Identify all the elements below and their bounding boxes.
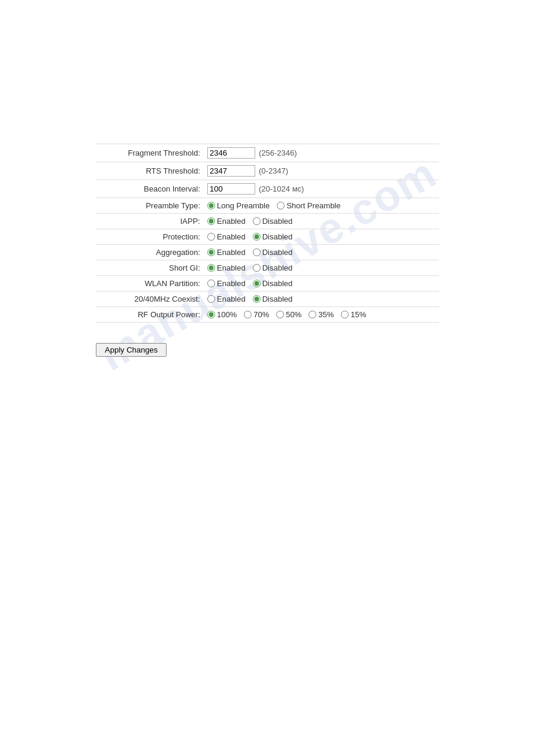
- radio-label-coexist-enabled[interactable]: Enabled: [207, 294, 246, 303]
- radio-short-gi-disabled[interactable]: [253, 264, 261, 272]
- radio-label-iapp-disabled[interactable]: Disabled: [253, 217, 293, 226]
- radio-label-short-gi-enabled[interactable]: Enabled: [207, 263, 246, 272]
- radio-text-rf-output-power-35: 35%: [318, 310, 334, 319]
- radio-rf-output-power-50[interactable]: [276, 311, 284, 318]
- radio-text-coexist-enabled: Enabled: [217, 294, 246, 303]
- label-rf-output-power: RF Output Power:: [96, 307, 204, 323]
- label-rts-threshold: RTS Threshold:: [96, 162, 204, 180]
- radio-text-rf-output-power-15: 15%: [350, 310, 366, 319]
- radio-text-short-gi-disabled: Disabled: [262, 263, 293, 272]
- radio-wlan-partition-enabled[interactable]: [207, 280, 215, 287]
- value-preamble-type: Long PreambleShort Preamble: [204, 198, 439, 214]
- value-aggregation: EnabledDisabled: [204, 245, 439, 260]
- radio-label-wlan-partition-disabled[interactable]: Disabled: [253, 279, 293, 288]
- radio-group-protection: EnabledDisabled: [207, 232, 436, 241]
- radio-group-short-gi: EnabledDisabled: [207, 263, 436, 272]
- label-coexist: 20/40MHz Coexist:: [96, 292, 204, 307]
- radio-rf-output-power-70[interactable]: [244, 311, 252, 318]
- value-coexist: EnabledDisabled: [204, 292, 439, 307]
- value-rts-threshold[interactable]: (0-2347): [204, 162, 439, 180]
- radio-label-rf-output-power-70[interactable]: 70%: [244, 310, 269, 319]
- radio-label-aggregation-enabled[interactable]: Enabled: [207, 248, 246, 257]
- radio-label-rf-output-power-50[interactable]: 50%: [276, 310, 301, 319]
- radio-text-aggregation-disabled: Disabled: [262, 248, 293, 257]
- row-beacon-interval: Beacon Interval:(20-1024 мс): [96, 180, 439, 198]
- radio-iapp-enabled[interactable]: [207, 217, 215, 225]
- radio-label-preamble-type-long[interactable]: Long Preamble: [207, 201, 270, 210]
- label-fragment-threshold: Fragment Threshold:: [96, 144, 204, 162]
- row-iapp: IAPP:EnabledDisabled: [96, 214, 439, 229]
- radio-group-coexist: EnabledDisabled: [207, 294, 436, 303]
- radio-wlan-partition-disabled[interactable]: [253, 280, 261, 287]
- radio-label-protection-enabled[interactable]: Enabled: [207, 232, 246, 241]
- hint-beacon-interval: (20-1024 мс): [259, 184, 304, 193]
- label-aggregation: Aggregation:: [96, 245, 204, 260]
- input-rts-threshold[interactable]: [207, 165, 255, 177]
- radio-aggregation-enabled[interactable]: [207, 248, 215, 256]
- radio-text-rf-output-power-100: 100%: [217, 310, 237, 319]
- value-wlan-partition: EnabledDisabled: [204, 276, 439, 292]
- row-coexist: 20/40MHz Coexist:EnabledDisabled: [96, 292, 439, 307]
- value-beacon-interval[interactable]: (20-1024 мс): [204, 180, 439, 198]
- row-protection: Protection:EnabledDisabled: [96, 229, 439, 245]
- radio-text-wlan-partition-disabled: Disabled: [262, 279, 293, 288]
- radio-text-rf-output-power-70: 70%: [253, 310, 269, 319]
- label-short-gi: Short GI:: [96, 260, 204, 276]
- radio-text-iapp-disabled: Disabled: [262, 217, 293, 226]
- radio-protection-enabled[interactable]: [207, 233, 215, 241]
- radio-iapp-disabled[interactable]: [253, 217, 261, 225]
- radio-rf-output-power-100[interactable]: [207, 311, 215, 318]
- radio-label-rf-output-power-100[interactable]: 100%: [207, 310, 237, 319]
- radio-short-gi-enabled[interactable]: [207, 264, 215, 272]
- radio-text-preamble-type-short: Short Preamble: [286, 201, 340, 210]
- radio-text-iapp-enabled: Enabled: [217, 217, 246, 226]
- radio-coexist-enabled[interactable]: [207, 295, 215, 303]
- radio-group-preamble-type: Long PreambleShort Preamble: [207, 201, 436, 210]
- radio-preamble-type-long[interactable]: [207, 202, 215, 210]
- value-short-gi: EnabledDisabled: [204, 260, 439, 276]
- radio-label-coexist-disabled[interactable]: Disabled: [253, 294, 293, 303]
- label-iapp: IAPP:: [96, 214, 204, 229]
- radio-group-iapp: EnabledDisabled: [207, 217, 436, 226]
- row-aggregation: Aggregation:EnabledDisabled: [96, 245, 439, 260]
- radio-protection-disabled[interactable]: [253, 233, 261, 241]
- hint-fragment-threshold: (256-2346): [259, 148, 297, 157]
- label-preamble-type: Preamble Type:: [96, 198, 204, 214]
- label-protection: Protection:: [96, 229, 204, 245]
- radio-label-aggregation-disabled[interactable]: Disabled: [253, 248, 293, 257]
- radio-text-aggregation-enabled: Enabled: [217, 248, 246, 257]
- radio-text-protection-disabled: Disabled: [262, 232, 293, 241]
- radio-text-preamble-type-long: Long Preamble: [217, 201, 270, 210]
- radio-preamble-type-short[interactable]: [277, 202, 285, 210]
- radio-text-coexist-disabled: Disabled: [262, 294, 293, 303]
- radio-rf-output-power-35[interactable]: [309, 311, 316, 318]
- row-rf-output-power: RF Output Power:100%70%50%35%15%: [96, 307, 439, 323]
- row-wlan-partition: WLAN Partition:EnabledDisabled: [96, 276, 439, 292]
- value-fragment-threshold[interactable]: (256-2346): [204, 144, 439, 162]
- row-rts-threshold: RTS Threshold:(0-2347): [96, 162, 439, 180]
- radio-aggregation-disabled[interactable]: [253, 248, 261, 256]
- radio-group-rf-output-power: 100%70%50%35%15%: [207, 310, 436, 319]
- radio-label-short-gi-disabled[interactable]: Disabled: [253, 263, 293, 272]
- radio-group-aggregation: EnabledDisabled: [207, 248, 436, 257]
- radio-label-rf-output-power-35[interactable]: 35%: [309, 310, 334, 319]
- radio-text-protection-enabled: Enabled: [217, 232, 246, 241]
- radio-text-wlan-partition-enabled: Enabled: [217, 279, 246, 288]
- radio-text-short-gi-enabled: Enabled: [217, 263, 246, 272]
- radio-label-preamble-type-short[interactable]: Short Preamble: [277, 201, 340, 210]
- settings-form: Fragment Threshold:(256-2346)RTS Thresho…: [96, 144, 439, 323]
- radio-label-rf-output-power-15[interactable]: 15%: [341, 310, 366, 319]
- row-fragment-threshold: Fragment Threshold:(256-2346): [96, 144, 439, 162]
- radio-rf-output-power-15[interactable]: [341, 311, 349, 318]
- radio-label-wlan-partition-enabled[interactable]: Enabled: [207, 279, 246, 288]
- apply-changes-button[interactable]: Apply Changes: [96, 343, 167, 357]
- value-protection: EnabledDisabled: [204, 229, 439, 245]
- radio-coexist-disabled[interactable]: [253, 295, 261, 303]
- input-beacon-interval[interactable]: [207, 183, 255, 195]
- hint-rts-threshold: (0-2347): [259, 166, 288, 175]
- label-beacon-interval: Beacon Interval:: [96, 180, 204, 198]
- radio-label-protection-disabled[interactable]: Disabled: [253, 232, 293, 241]
- radio-label-iapp-enabled[interactable]: Enabled: [207, 217, 246, 226]
- radio-group-wlan-partition: EnabledDisabled: [207, 279, 436, 288]
- input-fragment-threshold[interactable]: [207, 147, 255, 159]
